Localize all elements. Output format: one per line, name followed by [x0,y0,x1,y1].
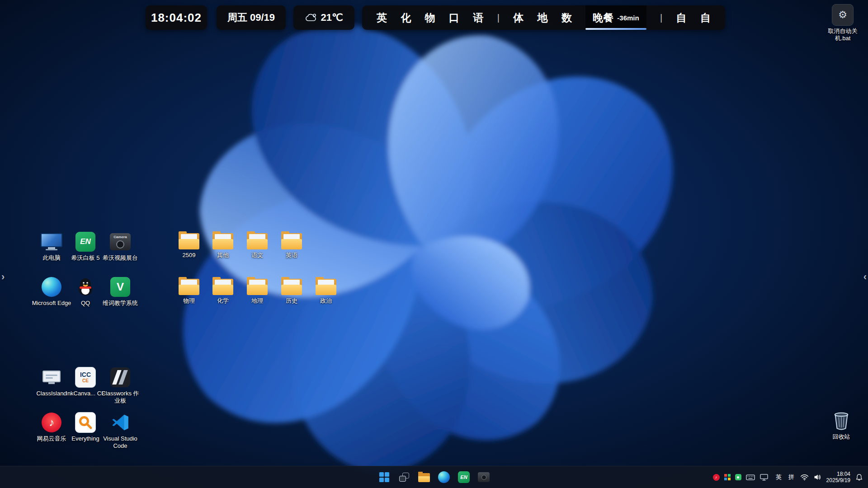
easinote-badge: EN [80,237,91,246]
tray-clock[interactable]: 18:04 2025/9/19 [824,469,853,485]
folder-icon [212,232,233,249]
date-widget[interactable]: 周五 09/19 [217,5,286,30]
schedule-separator: | [660,13,662,23]
desktop-icon-video-booth[interactable]: Camera 希沃视频展台 [99,231,141,262]
schedule-subject: 地 [538,11,548,25]
notification-bell-icon [855,474,863,481]
icon-label: 网易云音乐 [37,435,66,442]
taskbar: EN ♪ [0,466,868,488]
desktop-icon-cancel-shutdown-bat[interactable]: ⚙ 取消自动关机.bat [825,5,861,42]
icon-label: 维词教学系统 [103,300,138,307]
folder-icon [316,278,336,295]
notification-center-button[interactable] [853,469,865,485]
camera-lens [481,475,486,480]
schedule-subject: 数 [561,11,572,25]
right-edge-expand-chevron[interactable]: ‹ [863,272,867,282]
icon-label: QQ [81,300,90,307]
schedule-current-label: 晚餐 [593,11,613,25]
camera-label: Camera [113,235,127,239]
weici-icon: V [110,277,130,297]
icon-label: 取消自动关机.bat [825,28,861,42]
desktop-folder-english[interactable]: 英语 [274,232,309,259]
ime-language-text: 英 [775,473,783,481]
clock-widget[interactable]: 18:04:02 [146,5,207,30]
camera-icon [478,472,490,482]
chevron-right-icon: › [1,271,5,282]
desktop-folder-other[interactable]: 其他 [206,232,240,259]
schedule-separator: | [497,13,500,23]
folder-label: 语文 [251,252,263,259]
volume-indicator[interactable] [811,469,824,485]
app-grid-tray-icon[interactable] [722,469,733,485]
inkcanvas-badge-top: ICC [80,371,91,378]
task-view-button[interactable] [395,468,413,486]
desktop-folder-chinese[interactable]: 语文 [240,232,274,259]
desktop-icon-classworks[interactable]: Classworks 作业板 [99,367,141,405]
green-app-tray-icon[interactable] [733,469,744,485]
easinote-icon: EN [458,471,470,483]
date-text: 周五 09/19 [227,11,275,24]
icon-label: 回收站 [833,433,850,441]
weather-widget[interactable]: 21℃ [293,5,354,30]
ime-language-indicator[interactable]: 英 [773,469,785,485]
desktop-folder-chemistry[interactable]: 化学 [206,278,240,305]
icon-label: 希沃视频展台 [103,254,138,262]
desktop-folder-physics[interactable]: 物理 [172,278,206,305]
classworks-icon [110,367,130,387]
start-button[interactable] [375,468,393,486]
qq-penguin-icon [75,277,95,297]
gear-glyph: ⚙ [838,9,847,21]
desktop-folder-2509[interactable]: 2509 [172,232,206,259]
desktop-folder-politics[interactable]: 政治 [309,278,343,305]
folder-icon [281,232,302,249]
edge-taskbar-button[interactable] [435,468,453,486]
folder-icon [179,232,199,249]
schedule-subject: 体 [513,11,524,25]
this-pc-icon [41,233,62,250]
easinote-taskbar-button[interactable]: EN [455,468,473,486]
easinote-icon: EN [75,232,95,252]
desktop-icon-weici[interactable]: V 维词教学系统 [99,277,141,307]
classisland-icon [42,371,61,384]
easinote-badge: EN [460,474,467,480]
wifi-indicator[interactable] [798,469,811,485]
desktop-icon-recycle-bin[interactable]: 回收站 [821,410,862,441]
left-edge-expand-chevron[interactable]: › [1,272,5,282]
icon-label: Classworks 作业板 [99,390,141,405]
folder-icon [247,232,268,249]
schedule-subject: 英 [377,11,387,25]
folder-icon [212,278,233,295]
icon-label: Everything [71,435,99,442]
second-display-tray-icon[interactable] [757,469,771,485]
schedule-subject: 物 [425,11,435,25]
folder-label: 化学 [217,297,229,305]
video-booth-taskbar-button[interactable] [475,468,493,486]
icon-label: 此电脑 [43,254,61,262]
schedule-subject: 化 [401,11,411,25]
inkcanvas-badge-bottom: CE [82,379,89,383]
keyboard-tray-icon[interactable] [744,469,757,485]
folder-label: 政治 [320,297,332,305]
folder-label: 历史 [286,297,297,305]
edge-icon [438,471,450,483]
folder-icon [247,278,268,295]
schedule-subject: 自 [676,11,687,25]
folder-label: 英语 [286,252,297,259]
class-schedule-widget[interactable]: 英 化 物 口 语 | 体 地 数 晚餐 -36min | 自 自 [362,5,725,30]
schedule-subject: 语 [473,11,483,25]
schedule-subject: 自 [700,11,711,25]
inkcanvas-icon: ICC CE [75,367,96,388]
icon-label: 希沃白板 5 [71,254,100,262]
desktop: 18:04:02 周五 09/19 21℃ 英 化 物 口 语 | 体 地 数 … [0,0,868,488]
folder-icon [179,278,199,295]
folder-label: 地理 [251,297,263,305]
desktop-folder-geography[interactable]: 地理 [240,278,274,305]
music-note-glyph: ♪ [715,475,717,479]
netease-music-tray-icon[interactable]: ♪ [711,469,722,485]
desktop-folder-history[interactable]: 历史 [274,278,309,305]
everything-magnifier-icon [75,412,96,433]
vscode-icon [111,413,130,432]
desktop-icon-vscode[interactable]: Visual Studio Code [99,412,141,450]
ime-mode-indicator[interactable]: 拼 [785,469,798,485]
file-explorer-button[interactable] [415,468,433,486]
